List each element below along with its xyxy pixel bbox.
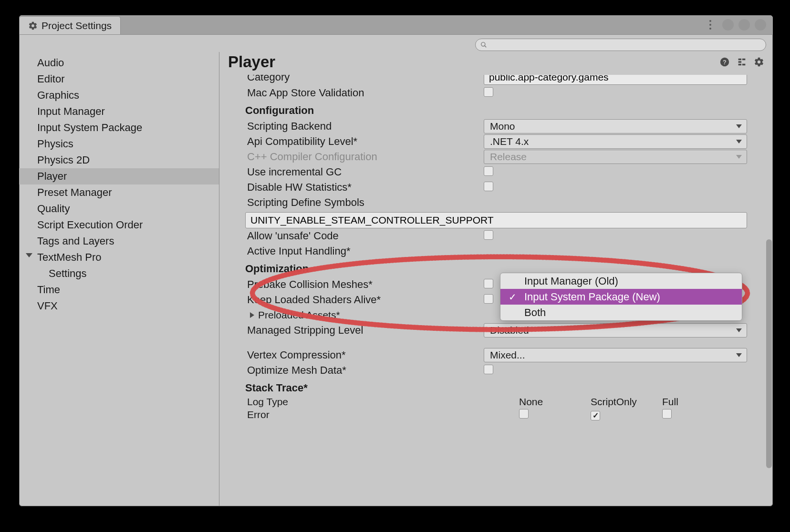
sidebar-item-quality[interactable]: Quality [19,201,219,217]
foldout-icon [26,253,32,257]
vertex-compression-popup[interactable]: Mixed... [484,348,747,362]
tab-label: Project Settings [42,20,112,31]
col-scriptonly: ScriptOnly [591,396,662,408]
sidebar-item-input-system-package[interactable]: Input System Package [19,120,219,136]
disable-hw-label: Disable HW Statistics* [245,181,484,194]
prebake-label: Prebake Collision Meshes* [245,278,484,291]
vertical-scrollbar[interactable] [766,239,772,468]
search-input[interactable] [475,39,766,51]
help-icon[interactable]: ? [719,57,730,67]
disable-hw-checkbox[interactable] [484,182,493,191]
sidebar-item-textmesh-pro-settings[interactable]: Settings [19,266,219,282]
stripping-label: Managed Stripping Level [245,324,484,337]
window-tabbar: Project Settings [19,15,773,35]
stack-trace-section: Stack Trace* [245,378,747,396]
panel-title: Player [228,53,275,71]
mac-store-checkbox[interactable] [484,87,493,97]
gear-icon [28,21,38,31]
sidebar-item-vfx[interactable]: VFX [19,298,219,314]
sidebar-item-time[interactable]: Time [19,282,219,298]
keep-shaders-label: Keep Loaded Shaders Alive* [245,294,484,306]
sidebar-item-tags-and-layers[interactable]: Tags and Layers [19,233,219,249]
chevron-down-icon [736,155,742,159]
kebab-menu-icon[interactable] [706,19,715,31]
error-scriptonly-checkbox[interactable] [591,411,600,420]
chevron-down-icon [736,353,742,357]
mac-store-label: Mac App Store Validation [245,87,484,99]
svg-text:?: ? [723,59,727,66]
sidebar-item-textmesh-pro[interactable]: TextMesh Pro [19,249,219,266]
error-full-checkbox[interactable] [662,409,672,419]
col-full: Full [662,396,734,408]
chevron-down-icon [736,328,742,332]
dropdown-option-old[interactable]: ✓Input Manager (Old) [500,273,742,289]
sidebar-item-preset-manager[interactable]: Preset Manager [19,184,219,201]
project-settings-window: Project Settings Audio Editor Graphics I… [19,15,773,506]
scripting-backend-label: Scripting Backend [245,120,484,133]
sidebar-item-editor[interactable]: Editor [19,71,219,87]
vertex-compression-label: Vertex Compression* [245,349,484,361]
unsafe-label: Allow 'unsafe' Code [245,230,484,242]
dropdown-option-both[interactable]: ✓Both [500,305,742,320]
gear-icon[interactable] [754,57,764,67]
stack-trace-columns: Log Type None ScriptOnly Full [245,396,747,408]
sidebar-item-audio[interactable]: Audio [19,55,219,71]
optimize-mesh-checkbox[interactable] [484,365,493,374]
stripping-popup[interactable]: Disabled [484,323,747,338]
scripting-backend-popup[interactable]: Mono [484,119,747,133]
sidebar-item-player[interactable]: Player [19,168,219,184]
sidebar-item-script-execution-order[interactable]: Script Execution Order [19,217,219,233]
sidebar-item-physics[interactable]: Physics [19,136,219,152]
svg-line-1 [485,46,487,48]
foldout-icon[interactable] [250,312,254,318]
define-symbols-label: Scripting Define Symbols [245,196,484,209]
category-field[interactable] [484,75,747,85]
panel-header: Player ? [219,52,773,74]
sidebar-item-graphics[interactable]: Graphics [19,87,219,103]
window-dot[interactable] [755,19,766,31]
col-none: None [519,396,591,408]
sidebar-item-input-manager[interactable]: Input Manager [19,103,219,120]
incremental-gc-label: Use incremental GC [245,166,484,178]
configuration-section: Configuration [245,101,747,119]
window-controls [706,19,766,31]
active-input-dropdown[interactable]: ✓Input Manager (Old) ✓Input System Packa… [500,273,742,321]
sidebar-item-physics-2d[interactable]: Physics 2D [19,152,219,168]
optimize-mesh-label: Optimize Mesh Data* [245,364,484,377]
prebake-checkbox[interactable] [484,279,493,288]
category-label: Category [245,75,484,83]
window-dot[interactable] [722,19,734,31]
search-icon [480,41,487,48]
dropdown-option-new[interactable]: ✓Input System Package (New) [500,289,742,305]
api-compat-label: Api Compatibility Level* [245,135,484,148]
incremental-gc-checkbox[interactable] [484,166,493,176]
unsafe-checkbox[interactable] [484,230,493,240]
logtype-header: Log Type [247,396,519,408]
api-compat-popup[interactable]: .NET 4.x [484,134,747,149]
cpp-config-label: C++ Compiler Configuration [245,151,484,163]
chevron-down-icon [736,140,742,143]
svg-point-0 [481,42,485,46]
error-none-checkbox[interactable] [519,409,529,419]
preset-icon[interactable] [737,57,747,67]
active-input-label: Active Input Handling* [245,245,484,257]
toolbar [19,35,773,52]
tab-project-settings[interactable]: Project Settings [19,16,121,34]
chevron-down-icon [736,124,742,128]
row-error-label: Error [247,409,519,420]
keep-shaders-checkbox[interactable] [484,294,493,304]
window-dot[interactable] [738,19,750,31]
settings-sidebar: Audio Editor Graphics Input Manager Inpu… [19,52,219,506]
cpp-config-popup: Release [484,150,747,164]
define-symbols-field[interactable] [245,212,747,228]
preloaded-assets-label: Preloaded Assets* [258,309,340,321]
